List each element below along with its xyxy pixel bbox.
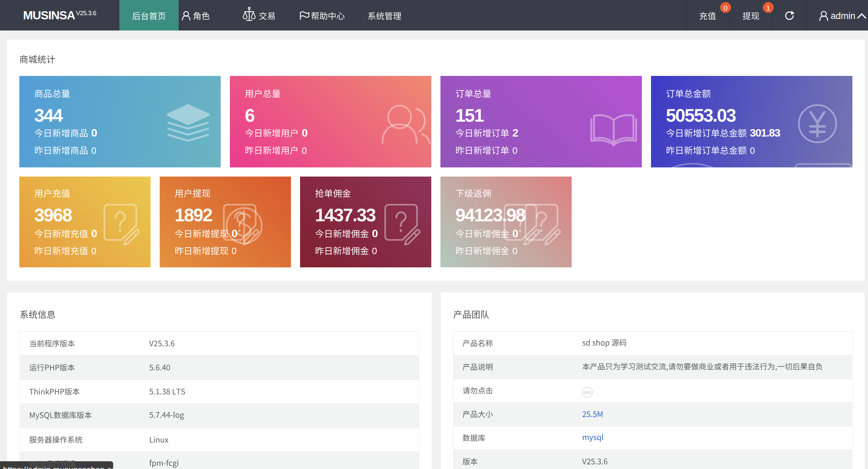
svg-text:6: 6 — [245, 105, 255, 125]
svg-text:0: 0 — [512, 227, 518, 240]
svg-text:1437.33: 1437.33 — [315, 205, 376, 225]
svg-text:0: 0 — [724, 4, 728, 12]
svg-text:0: 0 — [372, 227, 378, 240]
svg-text:0: 0 — [372, 246, 377, 256]
svg-text:0: 0 — [91, 227, 97, 240]
svg-text:0: 0 — [750, 146, 755, 156]
svg-text:0: 0 — [302, 127, 308, 139]
svg-text:50553.03: 50553.03 — [666, 105, 736, 125]
svg-text:0: 0 — [91, 146, 96, 156]
svg-text:94123.98: 94123.98 — [455, 205, 526, 225]
svg-text:151: 151 — [455, 105, 484, 125]
svg-text:0: 0 — [91, 127, 97, 139]
svg-text:301.83: 301.83 — [750, 127, 781, 139]
svg-text:0: 0 — [512, 246, 517, 256]
svg-text:V25.3.6: V25.3.6 — [76, 9, 96, 17]
svg-text:1892: 1892 — [175, 205, 212, 225]
svg-text:0: 0 — [512, 146, 517, 156]
svg-text:0: 0 — [302, 146, 307, 156]
svg-text:0: 0 — [232, 227, 237, 240]
svg-text:2: 2 — [512, 127, 518, 139]
svg-text:MUSINSA: MUSINSA — [23, 8, 75, 22]
svg-text:3968: 3968 — [34, 205, 72, 225]
svg-text:0: 0 — [91, 246, 96, 256]
svg-text:404: 404 — [584, 390, 591, 395]
svg-text:0: 0 — [232, 246, 237, 256]
svg-text:1: 1 — [766, 4, 770, 12]
svg-text:344: 344 — [34, 105, 63, 125]
svg-text:admin: admin — [831, 11, 855, 21]
